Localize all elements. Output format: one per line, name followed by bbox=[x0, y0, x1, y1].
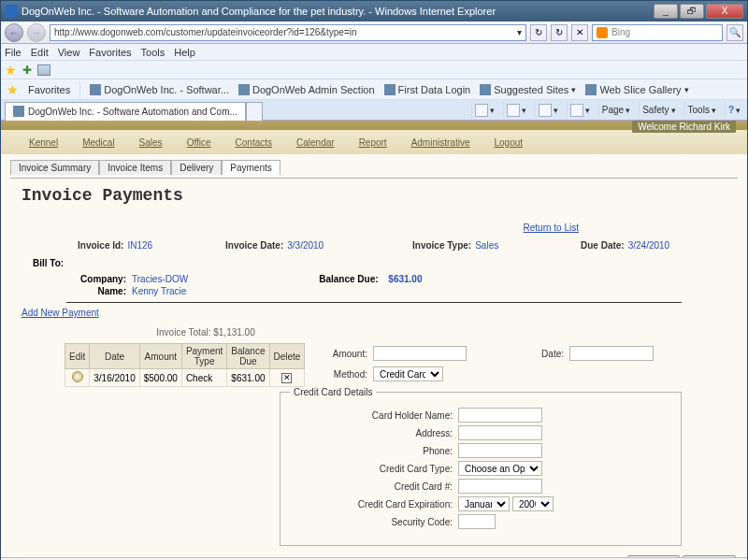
ccnum-label: Credit Card #: bbox=[290, 481, 458, 492]
mail-button[interactable]: ▾ bbox=[535, 102, 561, 119]
invoice-type: Sales bbox=[475, 240, 498, 251]
add-favorite-icon[interactable]: ✚ bbox=[22, 64, 32, 77]
favlink-4[interactable]: Web Slice Gallery▾ bbox=[585, 84, 688, 95]
invoice-total: Invoice Total: $1,131.00 bbox=[1, 327, 738, 337]
site-nav: Kennel Medical Sales Office Contacts Cal… bbox=[1, 130, 747, 154]
nav-sales[interactable]: Sales bbox=[139, 137, 163, 148]
phone-label: Phone: bbox=[290, 446, 458, 456]
method-select[interactable]: Credit Card bbox=[373, 366, 443, 381]
page-icon bbox=[238, 84, 250, 95]
search-box[interactable]: Bing bbox=[592, 24, 723, 41]
page-menu[interactable]: Page▾ bbox=[598, 102, 633, 119]
balance-due-label: Balance Due: bbox=[319, 274, 378, 284]
phone-input[interactable] bbox=[458, 443, 542, 458]
feed-icon bbox=[507, 104, 520, 117]
page-icon bbox=[480, 84, 491, 95]
name-value: Kenny Tracie bbox=[132, 286, 186, 296]
print-button[interactable]: ▾ bbox=[567, 102, 593, 119]
amount-input[interactable] bbox=[373, 346, 467, 361]
nav-kennel[interactable]: Kennel bbox=[29, 137, 58, 148]
menu-file[interactable]: File bbox=[5, 47, 22, 58]
invoice-type-label: Invoice Type: bbox=[412, 240, 471, 251]
nav-admin[interactable]: Administrative bbox=[411, 137, 470, 148]
company-label: Company: bbox=[66, 274, 132, 284]
th-date: Date bbox=[90, 344, 140, 369]
address-bar[interactable]: http://www.dogonweb.com/customer/updatei… bbox=[50, 24, 526, 41]
submit-button[interactable]: Submit bbox=[627, 555, 680, 557]
nav-logout[interactable]: Logout bbox=[494, 137, 523, 148]
menu-edit[interactable]: Edit bbox=[31, 47, 49, 58]
favorites-star-icon[interactable]: ★ bbox=[5, 63, 17, 78]
stop-button[interactable]: ✕ bbox=[571, 24, 588, 41]
url-text: http://www.dogonweb.com/customer/updatei… bbox=[54, 27, 357, 37]
favorites-label: Favorites bbox=[28, 84, 70, 95]
minimize-button[interactable]: _ bbox=[654, 4, 678, 19]
edit-icon[interactable] bbox=[72, 371, 83, 382]
tab-favicon bbox=[13, 106, 24, 117]
page-title: Invoice Payments bbox=[22, 186, 738, 205]
exp-year-select[interactable]: 2006 bbox=[512, 496, 554, 511]
return-to-list-link[interactable]: Return to List bbox=[524, 223, 579, 233]
ccexp-label: Credit Card Expiration: bbox=[290, 499, 458, 510]
forward-button[interactable]: → bbox=[27, 23, 46, 42]
tools-menu[interactable]: Tools▾ bbox=[684, 102, 719, 119]
balance-due-value: $631.00 bbox=[388, 274, 422, 284]
new-tab-button[interactable] bbox=[246, 102, 263, 121]
th-amount: Amount bbox=[139, 344, 181, 369]
help-button[interactable]: ?▾ bbox=[725, 102, 743, 119]
safety-menu[interactable]: Safety▾ bbox=[639, 102, 678, 119]
invoice-id-label: Invoice Id: bbox=[78, 240, 123, 251]
menu-favorites[interactable]: Favorites bbox=[89, 47, 131, 58]
seccode-input[interactable] bbox=[458, 514, 496, 529]
address-input[interactable] bbox=[458, 425, 542, 440]
back-button[interactable]: ← bbox=[5, 23, 23, 42]
slideshow-icon[interactable] bbox=[37, 65, 50, 76]
holder-input[interactable] bbox=[458, 408, 542, 423]
table-row: 3/16/2010 $500.00 Check $631.00 ✕ bbox=[65, 369, 305, 387]
page-icon bbox=[90, 84, 101, 95]
page-icon bbox=[585, 84, 597, 95]
favlink-1[interactable]: DogOnWeb Admin Section bbox=[238, 84, 375, 95]
mail-icon bbox=[539, 104, 552, 117]
close-button[interactable]: X bbox=[706, 4, 743, 19]
maximize-button[interactable]: 🗗 bbox=[680, 4, 704, 19]
search-go-button[interactable]: 🔍 bbox=[726, 24, 743, 41]
menu-tools[interactable]: Tools bbox=[141, 47, 165, 58]
nav-contacts[interactable]: Contacts bbox=[236, 137, 272, 148]
favlink-2[interactable]: First Data Login bbox=[384, 84, 471, 95]
add-new-payment-link[interactable]: Add New Payment bbox=[22, 308, 99, 318]
tab-invoice-items[interactable]: Invoice Items bbox=[99, 160, 171, 175]
url-dropdown-icon[interactable]: ▾ bbox=[513, 27, 522, 37]
tab-delivery[interactable]: Delivery bbox=[171, 160, 222, 175]
favorites-star2-icon[interactable]: ★ bbox=[7, 82, 19, 97]
invoice-id: IN126 bbox=[127, 240, 152, 251]
ccnum-input[interactable] bbox=[458, 479, 542, 494]
home-button[interactable]: ▾ bbox=[471, 102, 497, 119]
cancel-button[interactable]: Cancel bbox=[683, 555, 735, 557]
menu-view[interactable]: View bbox=[58, 47, 80, 58]
print-icon bbox=[570, 104, 583, 117]
browser-tab[interactable]: DogOnWeb Inc. - Software Automation and … bbox=[5, 102, 246, 121]
nav-report[interactable]: Report bbox=[359, 137, 387, 148]
tab-payments[interactable]: Payments bbox=[222, 160, 280, 175]
refresh-button[interactable]: ↻ bbox=[530, 24, 547, 41]
cell-date: 3/16/2010 bbox=[90, 369, 140, 387]
cctype-select[interactable]: Choose an Option bbox=[458, 461, 542, 476]
search-placeholder: Bing bbox=[611, 27, 630, 37]
refresh2-button[interactable]: ↻ bbox=[551, 24, 568, 41]
nav-office[interactable]: Office bbox=[187, 137, 211, 148]
page-icon bbox=[384, 84, 396, 95]
favlink-0[interactable]: DogOnWeb Inc. - Softwar... bbox=[90, 84, 229, 95]
payments-table: Edit Date Amount Payment Type Balance Du… bbox=[65, 343, 305, 387]
tab-invoice-summary[interactable]: Invoice Summary bbox=[10, 160, 99, 175]
nav-calendar[interactable]: Calendar bbox=[296, 137, 335, 148]
window-title: DogOnWeb Inc. - Software Automation and … bbox=[22, 6, 654, 17]
feeds-button[interactable]: ▾ bbox=[503, 102, 529, 119]
date-input[interactable] bbox=[569, 346, 654, 361]
exp-month-select[interactable]: January bbox=[458, 496, 510, 511]
app-icon bbox=[5, 5, 18, 18]
favlink-3[interactable]: Suggested Sites▾ bbox=[480, 84, 576, 95]
th-bal: Balance Due bbox=[227, 344, 269, 369]
nav-medical[interactable]: Medical bbox=[82, 137, 114, 148]
menu-help[interactable]: Help bbox=[174, 47, 195, 58]
